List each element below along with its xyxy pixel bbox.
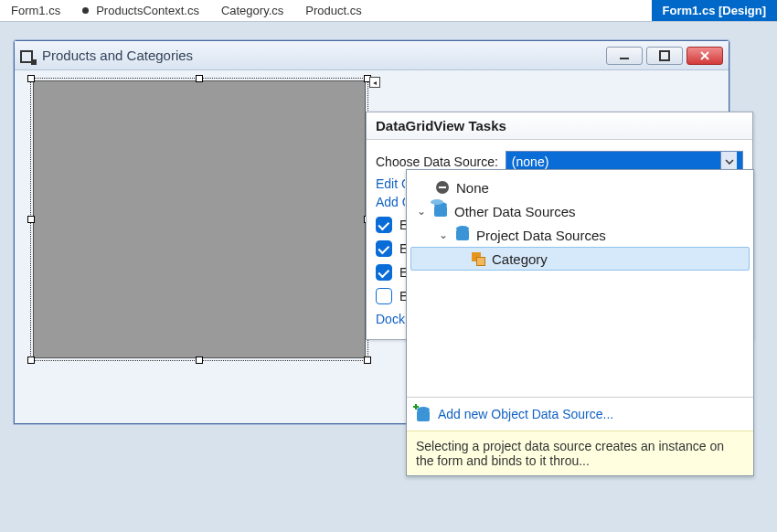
- add-object-datasource-link[interactable]: Add new Object Data Source...: [407, 397, 753, 431]
- designer-surface: Products and Categories ◂ D: [0, 22, 777, 532]
- smart-tag-glyph[interactable]: ◂: [369, 77, 380, 88]
- form-title: Products and Categories: [42, 48, 193, 63]
- tasks-header: DataGridView Tasks: [367, 112, 752, 140]
- tab-form1-design[interactable]: Form1.cs [Design]: [652, 0, 777, 21]
- none-icon: [434, 179, 451, 196]
- smart-tasks-panel: DataGridView Tasks Choose Data Source: (…: [366, 112, 753, 340]
- enable-reorder-checkbox[interactable]: [376, 288, 392, 304]
- resize-handle[interactable]: [27, 75, 35, 82]
- category-datasource-node[interactable]: Category: [410, 247, 750, 271]
- form-icon: [20, 48, 35, 63]
- svg-rect-0: [620, 58, 629, 59]
- datasource-tree: None ⌄ Other Data Sources ⌄ Project Data…: [407, 170, 753, 397]
- tab-label: Form1.cs: [11, 4, 60, 17]
- node-label: Other Data Sources: [454, 204, 576, 219]
- svg-line-2: [701, 52, 708, 59]
- add-link-label: Add new Object Data Source...: [438, 407, 613, 421]
- tab-label: Product.cs: [305, 4, 361, 17]
- datasource-selected-value: (none): [512, 154, 548, 169]
- document-tab-bar: Form1.cs ProductsContext.cs Category.cs …: [0, 0, 777, 22]
- other-data-sources-node[interactable]: ⌄ Other Data Sources: [410, 199, 750, 223]
- svg-rect-1: [660, 51, 669, 60]
- add-database-icon: [414, 407, 431, 421]
- tab-label: Form1.cs [Design]: [663, 4, 766, 17]
- tab-label: ProductsContext.cs: [96, 4, 199, 17]
- datagridview-selection[interactable]: ◂: [30, 78, 368, 361]
- tab-label: Category.cs: [221, 4, 283, 17]
- dirty-dot-icon: [82, 7, 89, 14]
- enable-editing-checkbox[interactable]: [376, 240, 392, 257]
- tab-category-cs[interactable]: Category.cs: [210, 0, 294, 21]
- node-label: Project Data Sources: [476, 228, 606, 243]
- resize-handle[interactable]: [27, 356, 35, 364]
- tab-productscontext-cs[interactable]: ProductsContext.cs: [71, 0, 210, 21]
- project-data-sources-node[interactable]: ⌄ Project Data Sources: [410, 223, 750, 247]
- resize-handle[interactable]: [27, 216, 35, 223]
- edit-columns-link[interactable]: Edit Columns...: [376, 176, 405, 191]
- class-icon: [470, 250, 486, 267]
- close-button[interactable]: [687, 47, 723, 65]
- enable-deleting-checkbox[interactable]: [376, 264, 392, 281]
- tab-form1-cs[interactable]: Form1.cs: [0, 0, 71, 21]
- minimize-button[interactable]: [606, 47, 643, 65]
- node-label: Category: [492, 251, 548, 267]
- resize-handle[interactable]: [196, 75, 203, 82]
- datasource-none-node[interactable]: None: [410, 176, 750, 199]
- database-icon: [454, 227, 471, 243]
- svg-line-3: [701, 52, 708, 59]
- form-titlebar[interactable]: Products and Categories: [15, 41, 729, 70]
- expander-icon[interactable]: ⌄: [438, 229, 449, 241]
- add-column-link[interactable]: Add Column...: [376, 195, 405, 209]
- tab-product-cs[interactable]: Product.cs: [294, 0, 372, 21]
- resize-handle[interactable]: [364, 356, 371, 364]
- datagridview-control[interactable]: [33, 80, 366, 358]
- maximize-button[interactable]: [646, 47, 683, 65]
- datasource-hint: Selecting a project data source creates …: [407, 431, 753, 475]
- enable-adding-checkbox[interactable]: [376, 217, 392, 233]
- expander-icon[interactable]: ⌄: [416, 205, 427, 218]
- dock-link[interactable]: Dock in Parent Container: [376, 312, 405, 326]
- datasource-dropdown: None ⌄ Other Data Sources ⌄ Project Data…: [406, 169, 754, 476]
- node-label: None: [456, 180, 489, 196]
- resize-handle[interactable]: [196, 356, 203, 364]
- choose-datasource-label: Choose Data Source:: [376, 154, 498, 169]
- database-stack-icon: [432, 203, 449, 219]
